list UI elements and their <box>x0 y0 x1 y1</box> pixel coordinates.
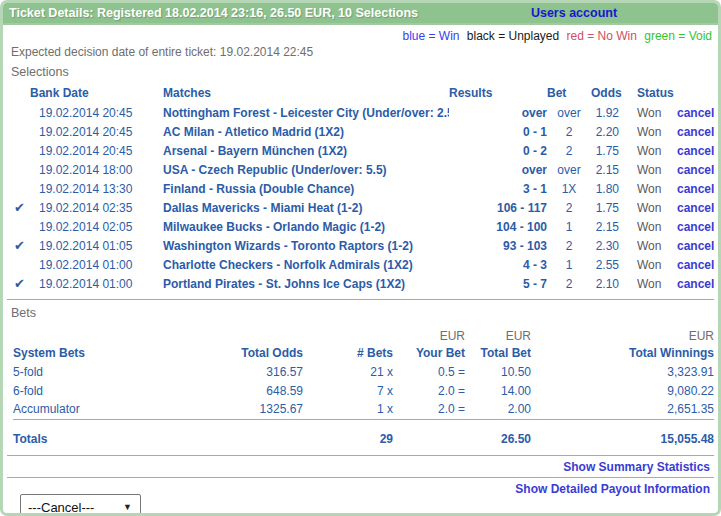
col-header-total-odds: Total Odds <box>213 344 313 362</box>
bet-pick: 2 <box>547 236 591 255</box>
selection-row: 19.02.2014 20:45 Nottingham Forest - Lei… <box>13 103 714 122</box>
col-header-odds: Odds <box>591 82 637 103</box>
match-result: 93 - 103 <box>449 236 547 255</box>
match-result: 5 - 7 <box>449 274 547 293</box>
match-result: 0 - 1 <box>449 122 547 141</box>
selection-row: 19.02.2014 13:30 Finland - Russia (Doubl… <box>13 179 714 198</box>
selection-row: 19.02.2014 20:45 AC Milan - Atletico Mad… <box>13 122 714 141</box>
total-odds-value: 316.57 <box>213 362 313 381</box>
your-bet-value: 2.0 = <box>393 381 465 400</box>
bet-pick: 2 <box>547 141 591 160</box>
legend-no-win: red = No Win <box>567 29 637 43</box>
bank-check-icon: ✔ <box>13 200 25 215</box>
bet-row: 5-fold 316.57 21 x 0.5 = 10.50 3,323.91 <box>13 362 714 381</box>
match-name: Milwaukee Bucks - Orlando Magic (1-2) <box>159 217 449 236</box>
cancel-selection-link[interactable]: cancel <box>677 125 714 139</box>
currency-label: EUR <box>393 328 465 344</box>
system-bet-name: 6-fold <box>13 381 213 400</box>
total-odds-value: 648.59 <box>213 381 313 400</box>
system-bet-name: Accumulator <box>13 400 213 419</box>
match-result: over <box>449 103 547 122</box>
bet-row: 6-fold 648.59 7 x 2.0 = 14.00 9,080.22 <box>13 381 714 400</box>
cancel-selection-link[interactable]: cancel <box>677 201 714 215</box>
status-value: Won <box>637 122 677 141</box>
col-header-your-bet: Your Bet <box>393 344 465 362</box>
match-date: 19.02.2014 01:00 <box>39 255 159 274</box>
status-value: Won <box>637 141 677 160</box>
totals-label: Totals <box>13 419 213 455</box>
match-date: 19.02.2014 13:30 <box>39 179 159 198</box>
match-date: 19.02.2014 20:45 <box>39 103 159 122</box>
totals-num-bets: 29 <box>313 419 393 455</box>
cancel-dropdown[interactable]: ---Cancel--- ▼ <box>20 494 141 516</box>
bank-check-icon: ✔ <box>13 238 25 253</box>
currency-label: EUR <box>531 328 714 344</box>
selection-row: 19.02.2014 20:45 Arsenal - Bayern Münche… <box>13 141 714 160</box>
total-winnings-value: 9,080.22 <box>531 381 714 400</box>
bet-pick: 1 <box>547 217 591 236</box>
cancel-selection-link[interactable]: cancel <box>677 163 714 177</box>
total-odds-value: 1325.67 <box>213 400 313 419</box>
show-summary-statistics-link[interactable]: Show Summary Statistics <box>563 460 710 474</box>
odds-value: 2.55 <box>591 255 637 274</box>
bank-check-icon: ✔ <box>13 276 25 291</box>
status-color-legend: blue = Win black = Unplayed red = No Win… <box>3 29 718 43</box>
show-detailed-payout-link[interactable]: Show Detailed Payout Information <box>515 482 710 496</box>
total-winnings-value: 2,651.35 <box>531 400 714 419</box>
cancel-selection-link[interactable]: cancel <box>677 258 714 272</box>
bets-table: EUR EUR EUR System Bets Total Odds # Bet… <box>13 328 714 455</box>
cancel-selection-link[interactable]: cancel <box>677 144 714 158</box>
match-date: 19.02.2014 02:35 <box>39 198 159 217</box>
bets-header-row: System Bets Total Odds # Bets Your Bet T… <box>13 344 714 362</box>
status-value: Won <box>637 217 677 236</box>
selection-row: ✔ 19.02.2014 01:05 Washington Wizards - … <box>13 236 714 255</box>
match-name: Finland - Russia (Double Chance) <box>159 179 449 198</box>
status-value: Won <box>637 236 677 255</box>
status-value: Won <box>637 255 677 274</box>
match-result: 0 - 2 <box>449 141 547 160</box>
match-name: Arsenal - Bayern München (1X2) <box>159 141 449 160</box>
col-header-system-bets: System Bets <box>13 344 213 362</box>
your-bet-value: 0.5 = <box>393 362 465 381</box>
bet-pick: 2 <box>547 122 591 141</box>
bet-pick: 1 <box>547 255 591 274</box>
totals-total-bet: 26.50 <box>465 419 531 455</box>
bets-section-label: Bets <box>3 306 718 321</box>
match-result: 104 - 100 <box>449 217 547 236</box>
status-value: Won <box>637 160 677 179</box>
col-header-status: Status <box>637 82 677 103</box>
num-bets-value: 1 x <box>313 400 393 419</box>
expected-decision-date: Expected decision date of entire ticket:… <box>3 45 718 59</box>
cancel-selection-link[interactable]: cancel <box>677 239 714 253</box>
bank-check-icon <box>13 143 14 158</box>
col-header-results: Results <box>449 82 547 103</box>
odds-value: 2.15 <box>591 217 637 236</box>
users-account-link[interactable]: Users account <box>430 6 718 20</box>
bet-pick: over <box>547 103 591 122</box>
bank-check-icon <box>13 162 14 177</box>
cancel-selection-link[interactable]: cancel <box>677 182 714 196</box>
selection-row: ✔ 19.02.2014 01:00 Portland Pirates - St… <box>13 274 714 293</box>
cancel-selection-link[interactable]: cancel <box>677 106 714 120</box>
selections-table: Bank Date Matches Results Bet Odds Statu… <box>13 82 714 293</box>
cancel-selection-link[interactable]: cancel <box>677 277 714 291</box>
match-name: Portland Pirates - St. Johns Ice Caps (1… <box>159 274 449 293</box>
match-name: AC Milan - Atletico Madrid (1X2) <box>159 122 449 141</box>
match-result: 3 - 1 <box>449 179 547 198</box>
currency-label: EUR <box>465 328 531 344</box>
cancel-dropdown-value: ---Cancel--- <box>28 500 94 515</box>
bank-check-icon <box>13 257 14 272</box>
bank-check-icon <box>13 181 14 196</box>
col-header-num-bets: # Bets <box>313 344 393 362</box>
col-header-matches: Matches <box>159 82 449 103</box>
odds-value: 2.20 <box>591 122 637 141</box>
match-name: Charlotte Checkers - Norfolk Admirals (1… <box>159 255 449 274</box>
selections-section-label: Selections <box>3 65 718 80</box>
selection-row: 19.02.2014 18:00 USA - Czech Republic (U… <box>13 160 714 179</box>
legend-unplayed: black = Unplayed <box>467 29 559 43</box>
match-name: USA - Czech Republic (Under/over: 5.5) <box>159 160 449 179</box>
match-name: Nottingham Forest - Leicester City (Unde… <box>159 103 449 122</box>
cancel-selection-link[interactable]: cancel <box>677 220 714 234</box>
num-bets-value: 21 x <box>313 362 393 381</box>
match-date: 19.02.2014 20:45 <box>39 141 159 160</box>
